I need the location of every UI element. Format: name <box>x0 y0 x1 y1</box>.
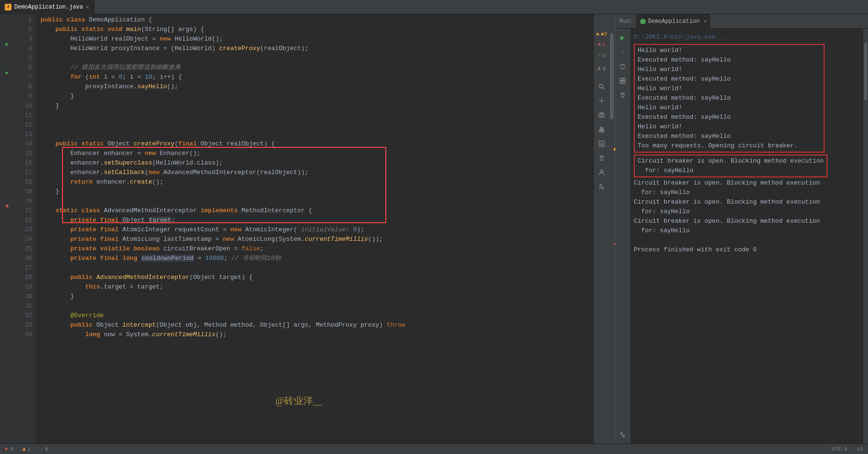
pin-button[interactable] <box>597 181 607 192</box>
search-button[interactable] <box>597 81 607 92</box>
code-line-33: public Object intercept(Object obj, Meth… <box>41 320 594 330</box>
status-warn-icon: ▲ <box>22 446 26 452</box>
run-delete-button[interactable] <box>618 90 628 100</box>
warning-count: ▲3 <box>601 31 607 37</box>
run-pin-button[interactable] <box>618 429 628 440</box>
svg-rect-11 <box>620 81 622 83</box>
status-warnings: ▲ 1 <box>22 446 31 452</box>
code-line-27 <box>41 263 594 273</box>
code-line-5 <box>41 53 594 63</box>
output-executed-4: Executed method: sayHello <box>638 113 821 122</box>
status-errors: ✖ 3 <box>5 446 13 452</box>
editor-area: 12345 678910 1112131415 1617181920 21222… <box>14 14 615 444</box>
run-toolbar: ▶ ↑ <box>616 29 630 444</box>
output-hello-5: Hello world! <box>638 122 821 132</box>
scroll-thumb[interactable] <box>610 33 614 119</box>
status-warn-count: 1 <box>28 446 31 452</box>
output-hello-4: Hello world! <box>638 103 821 113</box>
run-output[interactable]: D:\JDK1.8\bin\java.exe ... Hello world! … <box>630 29 863 444</box>
code-line-32: @Override <box>41 311 594 320</box>
status-hint-icon: ⚡ <box>40 446 43 452</box>
output-blocked-4: Circuit breaker is open. Blocking method… <box>634 217 859 226</box>
code-line-23: private final AtomicInteger requestCount… <box>41 225 594 235</box>
code-line-13 <box>41 130 594 139</box>
run-tab-label: DemoApplication <box>648 18 700 25</box>
code-line-22: private final Object target; <box>41 216 594 225</box>
code-line-15: Enhancer enhancer = new Enhancer(); <box>41 149 594 158</box>
output-hello-1: Hello world! <box>638 46 821 55</box>
warning-icon: ▲ <box>596 31 599 37</box>
code-line-34: long now = System.currentTimeMillis(); <box>41 330 594 340</box>
print-button[interactable] <box>597 124 607 134</box>
export-button[interactable] <box>597 138 607 149</box>
status-encoding: UTF-8 <box>832 446 847 452</box>
left-gutter: ▶ ▶ ● <box>0 14 14 444</box>
person-button[interactable] <box>597 167 607 177</box>
error-icon: ✖ <box>598 41 601 48</box>
run-tab[interactable]: DemoApplication ✕ <box>636 14 712 29</box>
editor-scrollbar[interactable] <box>609 14 615 444</box>
code-line-9: } <box>41 92 594 101</box>
code-line-6: // 模拟多次调用以观察限流和熔断效果 <box>41 63 594 72</box>
code-line-11 <box>41 111 594 120</box>
run-panel: Run: DemoApplication ✕ ▶ ↑ <box>615 14 868 444</box>
code-line-20 <box>41 196 594 206</box>
output-exit: Process finished with exit code 0 <box>634 245 859 255</box>
code-line-25: private volatile boolean circuitBreakerO… <box>41 244 594 254</box>
error-count: 1 <box>602 42 606 48</box>
run-up-button[interactable]: ↑ <box>618 47 628 57</box>
run-indicator-2[interactable]: ▶ <box>2 68 12 77</box>
code-line-2: public static void main(String[] args) { <box>41 25 594 34</box>
output-box-2: Circuit breaker is open. Blocking method… <box>634 155 827 177</box>
output-too-many: Too many requests. Opening circuit break… <box>638 141 821 151</box>
code-line-10: } <box>41 101 594 111</box>
nav-up-icon[interactable]: ∧ <box>597 64 601 72</box>
code-line-8: proxyInstance.sayHello(); <box>41 82 594 92</box>
svg-point-4 <box>601 114 603 116</box>
run-play-button[interactable]: ▶ <box>618 32 628 43</box>
main-area: ▶ ▶ ● 12345 678910 1112131415 1617181920… <box>0 14 868 444</box>
output-executed-3: Executed method: sayHello <box>638 93 821 103</box>
code-line-21: static class AdvancedMethodInterceptor i… <box>41 206 594 216</box>
run-restart-button[interactable] <box>618 61 628 72</box>
run-status-icon <box>640 19 646 24</box>
breakpoint-indicator[interactable]: ● <box>2 201 12 211</box>
run-label: Run: <box>620 18 633 25</box>
svg-rect-10 <box>623 78 625 81</box>
tab-close-button[interactable]: ✕ <box>86 4 89 10</box>
run-scrollbar[interactable] <box>863 29 868 444</box>
svg-line-1 <box>603 87 605 89</box>
delete-button[interactable] <box>597 153 607 163</box>
output-hello-2: Hello world! <box>638 65 821 74</box>
tab-demo-application[interactable]: J DemoApplication.java ✕ <box>0 0 94 14</box>
code-line-4: HelloWorld proxyInstance = (HelloWorld) … <box>41 44 594 53</box>
svg-point-8 <box>600 170 603 172</box>
camera-button[interactable] <box>597 110 607 120</box>
run-scroll-thumb[interactable] <box>864 43 867 100</box>
code-editor[interactable]: public class DemoApplication { public st… <box>36 14 594 444</box>
code-line-17: enhancer.setCallback(new AdvancedMethodI… <box>41 168 594 177</box>
code-line-3: HelloWorld realObject = new HelloWorld()… <box>41 34 594 44</box>
run-layout-button[interactable] <box>618 75 628 86</box>
output-blocked-2: Circuit breaker is open. Blocking method… <box>634 178 859 188</box>
status-error-count: 3 <box>10 446 13 452</box>
status-bar: ✖ 3 ▲ 1 ⚡ 6 UTF-8 LF <box>0 444 868 454</box>
code-line-1: public class DemoApplication { <box>41 15 594 25</box>
run-path: D:\JDK1.8\bin\java.exe ... <box>634 31 859 43</box>
status-line-endings: LF <box>857 446 863 452</box>
status-hint-count: 6 <box>45 446 49 452</box>
watermark: @砖业洋__ <box>276 396 322 405</box>
code-line-26: private final long cooldownPeriod = 1000… <box>41 254 594 263</box>
output-blocked-3: Circuit breaker is open. Blocking method… <box>634 197 859 207</box>
status-hints: ⚡ 6 <box>40 446 48 452</box>
scroll-marker-error <box>614 243 615 245</box>
output-executed-5: Executed method: sayHello <box>638 132 821 141</box>
settings-button[interactable] <box>597 95 607 106</box>
code-line-18: return enhancer.create(); <box>41 177 594 187</box>
nav-down-icon[interactable]: ∨ <box>602 64 606 72</box>
run-tab-close[interactable]: ✕ <box>704 18 707 24</box>
line-numbers: 12345 678910 1112131415 1617181920 21222… <box>14 14 36 444</box>
tab-bar: J DemoApplication.java ✕ <box>0 0 868 14</box>
run-indicator-1[interactable]: ▶ <box>2 39 12 49</box>
output-executed-1: Executed method: sayHello <box>638 55 821 65</box>
